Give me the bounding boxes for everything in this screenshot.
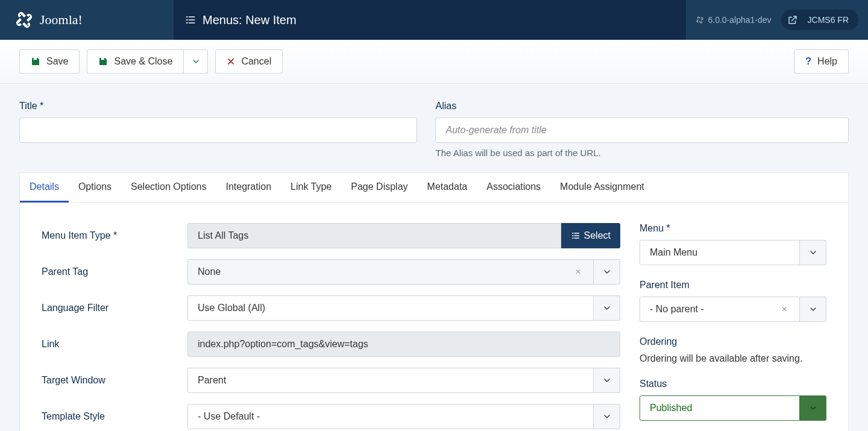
title-input[interactable] bbox=[19, 118, 417, 143]
alias-label: Alias bbox=[435, 101, 849, 112]
brand-text: Joomla! bbox=[40, 12, 83, 28]
joomla-small-icon bbox=[696, 16, 704, 24]
brand-logo[interactable]: Joomla! bbox=[0, 0, 174, 40]
parent-item-select[interactable]: - No parent - ✕ bbox=[640, 297, 800, 322]
tab-content-details: Menu Item Type * List All Tags Select bbox=[20, 203, 848, 431]
chevron-down-icon bbox=[191, 57, 201, 66]
status-dropdown[interactable] bbox=[800, 395, 826, 421]
menu-item-type-value: List All Tags bbox=[187, 223, 561, 248]
open-frontend-button[interactable]: JCMS6 FR bbox=[781, 10, 858, 30]
save-icon bbox=[98, 57, 108, 66]
template-style-select[interactable]: - Use Default - bbox=[187, 404, 594, 429]
chevron-down-icon bbox=[602, 412, 612, 421]
tab-page-display[interactable]: Page Display bbox=[341, 173, 417, 202]
ordering-label: Ordering bbox=[640, 336, 826, 347]
status-value: Published bbox=[650, 403, 692, 414]
status-select[interactable]: Published bbox=[640, 395, 800, 421]
tab-module-assignment[interactable]: Module Assignment bbox=[550, 173, 654, 202]
target-window-label: Target Window bbox=[42, 375, 173, 386]
chevron-down-icon bbox=[808, 403, 818, 413]
alias-description: The Alias will be used as part of the UR… bbox=[435, 148, 849, 158]
tab-associations[interactable]: Associations bbox=[477, 173, 550, 202]
tab-details[interactable]: Details bbox=[20, 173, 69, 203]
joomla-logo-icon bbox=[14, 10, 34, 30]
page-title-area: Menus: New Item bbox=[174, 0, 686, 40]
alias-input[interactable] bbox=[435, 118, 849, 143]
chevron-down-icon bbox=[808, 248, 818, 257]
list-icon bbox=[184, 14, 197, 26]
close-icon bbox=[227, 57, 235, 66]
tabs-nav: Details Options Selection Options Integr… bbox=[20, 173, 848, 203]
external-link-icon bbox=[785, 12, 800, 28]
tab-options[interactable]: Options bbox=[69, 173, 121, 202]
menu-dropdown[interactable] bbox=[800, 240, 826, 265]
help-icon: ? bbox=[805, 56, 811, 67]
help-button[interactable]: ? Help bbox=[794, 49, 849, 74]
save-icon bbox=[31, 57, 40, 66]
parent-tag-value: None bbox=[198, 266, 221, 277]
link-label: Link bbox=[42, 339, 173, 350]
chevron-down-icon bbox=[602, 303, 612, 313]
chevron-down-icon bbox=[602, 376, 612, 385]
menu-select[interactable]: Main Menu bbox=[640, 240, 800, 265]
parent-tag-dropdown[interactable] bbox=[594, 259, 620, 285]
link-display: index.php?option=com_tags&view=tags bbox=[187, 332, 620, 357]
menu-select-value: Main Menu bbox=[650, 247, 697, 258]
target-window-value: Parent bbox=[198, 375, 226, 386]
template-style-value: - Use Default - bbox=[198, 411, 260, 422]
parent-tag-label: Parent Tag bbox=[42, 266, 173, 277]
target-window-select[interactable]: Parent bbox=[187, 368, 594, 393]
parent-item-dropdown[interactable] bbox=[800, 297, 826, 322]
menu-label: Menu * bbox=[640, 223, 826, 234]
language-filter-value: Use Global (All) bbox=[198, 303, 265, 313]
tab-integration[interactable]: Integration bbox=[216, 173, 281, 202]
form-header: Title * Alias The Alias will be used as … bbox=[0, 84, 868, 177]
list-icon bbox=[571, 231, 580, 241]
tab-metadata[interactable]: Metadata bbox=[418, 173, 477, 202]
title-label: Title * bbox=[19, 101, 417, 112]
top-right: 6.0.0-alpha1-dev JCMS6 FR bbox=[686, 0, 868, 40]
version-label[interactable]: 6.0.0-alpha1-dev bbox=[696, 15, 771, 25]
tab-link-type[interactable]: Link Type bbox=[281, 173, 341, 202]
save-close-button[interactable]: Save & Close bbox=[87, 49, 184, 74]
template-style-dropdown[interactable] bbox=[594, 404, 620, 429]
action-toolbar: Save Save & Close Cancel ? Help bbox=[0, 40, 868, 84]
chevron-down-icon bbox=[602, 267, 612, 277]
page-title: Menus: New Item bbox=[203, 13, 297, 27]
template-style-label: Template Style bbox=[42, 411, 173, 422]
top-header: Joomla! Menus: New Item 6.0.0-alpha1-dev… bbox=[0, 0, 868, 40]
chevron-down-icon bbox=[808, 304, 818, 314]
language-filter-label: Language Filter bbox=[42, 303, 173, 313]
select-type-button[interactable]: Select bbox=[561, 223, 620, 248]
parent-item-value: - No parent - bbox=[650, 304, 704, 315]
tabs: Details Options Selection Options Integr… bbox=[19, 172, 849, 431]
clear-icon[interactable]: ✕ bbox=[573, 268, 583, 276]
language-filter-dropdown[interactable] bbox=[594, 295, 620, 321]
save-dropdown-button[interactable] bbox=[184, 49, 208, 74]
save-close-group: Save & Close bbox=[87, 49, 208, 74]
cancel-button[interactable]: Cancel bbox=[215, 49, 283, 74]
parent-tag-select[interactable]: None ✕ bbox=[187, 259, 594, 285]
save-button[interactable]: Save bbox=[19, 49, 80, 74]
status-label: Status bbox=[640, 379, 826, 389]
parent-item-label: Parent Item bbox=[640, 280, 826, 291]
language-filter-select[interactable]: Use Global (All) bbox=[187, 295, 594, 321]
target-window-dropdown[interactable] bbox=[594, 368, 620, 393]
tab-selection-options[interactable]: Selection Options bbox=[121, 173, 216, 202]
ordering-description: Ordering will be available after saving. bbox=[640, 353, 826, 364]
menu-item-type-label: Menu Item Type * bbox=[42, 230, 173, 241]
clear-icon[interactable]: ✕ bbox=[779, 305, 790, 313]
